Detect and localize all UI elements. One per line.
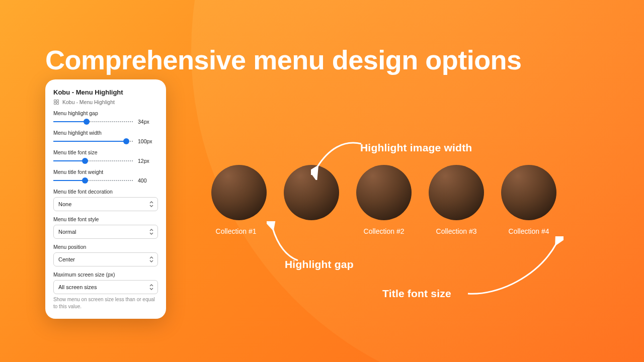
annotation-highlight-gap: Highlight gap (285, 258, 354, 270)
highlight-gap-slider[interactable] (53, 119, 133, 125)
collection-chip[interactable]: Collection #3 (429, 165, 484, 235)
slider-fill (53, 160, 85, 161)
field-label: Menu title font decoration (53, 189, 158, 195)
annotation-highlight-width: Highlight image width (360, 142, 472, 154)
select-value: All screen sizes (58, 284, 97, 290)
slider-value: 400 (138, 177, 158, 184)
slider-thumb[interactable] (82, 158, 88, 164)
caret-updown-icon (149, 201, 153, 207)
menu-preview: Collection #1 Collection #2 Collection #… (211, 165, 556, 235)
collection-label: Collection #3 (436, 227, 477, 235)
panel-breadcrumb-label: Kobu - Menu Highlight (62, 99, 115, 105)
collection-label: Collection #2 (364, 227, 405, 235)
style-select[interactable]: Normal (53, 225, 158, 239)
field-label: Maximum screen size (px) (53, 272, 158, 278)
layout-icon (53, 99, 59, 105)
collection-chip[interactable] (284, 165, 339, 235)
helper-text: Show menu on screen size less than or eq… (53, 296, 158, 310)
select-field-position: Menu position Center (53, 244, 158, 266)
collection-label: Collection #4 (509, 227, 549, 235)
select-value: Normal (58, 229, 76, 235)
collection-chip[interactable]: Collection #1 (211, 165, 267, 235)
arrow-icon (463, 236, 564, 302)
collection-chip[interactable]: Collection #2 (356, 165, 412, 235)
max-screen-select[interactable]: All screen sizes (53, 280, 158, 294)
slider-fill (53, 141, 126, 142)
select-field-decoration: Menu title font decoration None (53, 189, 158, 211)
select-value: None (58, 201, 71, 207)
slider-value: 100px (138, 138, 158, 144)
field-label: Menu title font style (53, 216, 158, 222)
title-font-size-slider[interactable] (53, 158, 133, 164)
svg-rect-3 (57, 103, 59, 105)
select-field-max-screen: Maximum screen size (px) All screen size… (53, 272, 158, 310)
slider-fill (53, 121, 87, 122)
position-select[interactable]: Center (53, 252, 158, 266)
title-font-weight-slider[interactable] (53, 177, 133, 184)
collection-image (501, 165, 556, 220)
decoration-select[interactable]: None (53, 197, 158, 211)
annotation-title-font-size: Title font size (382, 288, 451, 300)
slider-fill (53, 180, 85, 181)
slider-thumb[interactable] (84, 119, 90, 125)
slider-thumb[interactable] (123, 138, 129, 144)
field-label: Menu highlight width (53, 130, 158, 136)
panel-breadcrumb[interactable]: Kobu - Menu Highlight (53, 99, 158, 105)
svg-rect-0 (54, 100, 56, 102)
collection-image (356, 165, 412, 220)
slider-thumb[interactable] (82, 177, 88, 184)
field-label: Menu title font size (53, 149, 158, 155)
slider-field-title-font-weight: Menu title font weight 400 (53, 169, 158, 184)
panel-title: Kobu - Menu Highlight (53, 88, 158, 96)
collection-image (284, 165, 339, 220)
field-label: Menu highlight gap (53, 110, 158, 116)
caret-updown-icon (149, 284, 153, 290)
collection-label: Collection #1 (216, 227, 257, 235)
slider-field-highlight-gap: Menu highlight gap 34px (53, 110, 158, 125)
svg-rect-2 (54, 103, 56, 105)
settings-panel: Kobu - Menu Highlight Kobu - Menu Highli… (45, 79, 166, 319)
slider-field-title-font-size: Menu title font size 12px (53, 149, 158, 164)
select-field-style: Menu title font style Normal (53, 216, 158, 239)
slider-field-highlight-width: Menu highlight width 100px (53, 130, 158, 144)
field-label: Menu title font weight (53, 169, 158, 175)
svg-rect-1 (57, 100, 59, 102)
slider-value: 12px (138, 158, 158, 164)
collection-image (211, 165, 267, 220)
highlight-width-slider[interactable] (53, 138, 133, 144)
headline: Comprehensive menu design options (45, 44, 522, 75)
collection-chip[interactable]: Collection #4 (501, 165, 556, 235)
caret-updown-icon (149, 256, 153, 262)
select-value: Center (58, 256, 75, 262)
caret-updown-icon (149, 229, 153, 235)
slider-value: 34px (138, 119, 158, 125)
collection-image (429, 165, 484, 220)
field-label: Menu position (53, 244, 158, 250)
